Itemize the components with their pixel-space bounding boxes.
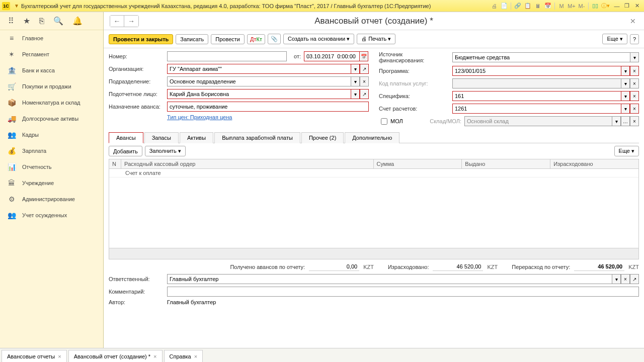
sidebar-item-6[interactable]: 👥Кадры — [0, 127, 103, 143]
content: ← → Авансовый отчет (создание) * ✕ Прове… — [104, 12, 644, 348]
calendar-icon[interactable]: 📅 — [359, 51, 368, 61]
apps-icon[interactable]: ⠿ — [8, 16, 14, 26]
sidebar-item-5[interactable]: 🚚Долгосрочные активы — [0, 111, 103, 127]
program-dropdown[interactable]: ▾ — [621, 66, 630, 76]
close-icon[interactable]: × — [194, 353, 197, 359]
close-button[interactable]: ✕ — [632, 2, 642, 11]
org-input[interactable] — [167, 64, 351, 74]
resp-input[interactable] — [167, 274, 612, 284]
tb-icon-calendar[interactable]: 📅 — [543, 2, 552, 11]
bottom-tab-1[interactable]: Авансовый отчет (создание) *× — [68, 350, 163, 362]
minimize-button[interactable]: — — [612, 2, 622, 11]
print-button[interactable]: 🖨 Печать ▾ — [357, 34, 395, 44]
date-input[interactable] — [304, 51, 359, 61]
person-input[interactable] — [167, 89, 351, 99]
person-dropdown[interactable]: ▾ — [351, 89, 360, 99]
nav-forward[interactable]: → — [124, 16, 138, 27]
app-menu-dropdown[interactable]: ▼ — [14, 3, 19, 9]
tab-more-button[interactable]: Еще ▾ — [614, 146, 639, 156]
tb-mplus[interactable]: M+ — [567, 2, 576, 11]
specifika-clear[interactable]: × — [630, 91, 639, 101]
program-input[interactable] — [452, 66, 621, 76]
specifika-label: Специфика: — [379, 93, 449, 99]
paidserv-input-group: ▾ × — [452, 78, 639, 88]
sidebar-item-8[interactable]: 📊Отчетность — [0, 159, 103, 175]
org-dropdown[interactable]: ▾ — [351, 64, 360, 74]
resp-open[interactable]: ↗ — [630, 274, 639, 284]
specifika-input[interactable] — [452, 91, 621, 101]
person-open[interactable]: ↗ — [360, 89, 369, 99]
tb-panels[interactable]: ▯▯ — [591, 2, 600, 11]
bottom-tab-0[interactable]: Авансовые отчеты× — [2, 350, 67, 362]
tab-0[interactable]: Авансы — [109, 132, 143, 143]
tab-5[interactable]: Дополнительно — [345, 132, 399, 143]
price-type-link[interactable]: Тип цен: Приходная цена — [167, 114, 232, 120]
sidebar-item-7[interactable]: 💰Зарплата — [0, 143, 103, 159]
close-icon[interactable]: × — [153, 353, 156, 359]
org-open[interactable]: ↗ — [360, 64, 369, 74]
tb-icon-3[interactable]: 🔗 — [513, 2, 522, 11]
close-icon[interactable]: × — [58, 353, 61, 359]
sidebar-item-4[interactable]: 📦Номенклатура и склад — [0, 95, 103, 111]
account-input[interactable] — [452, 104, 621, 114]
table-body[interactable] — [109, 177, 638, 248]
nav-label: Отчетность — [22, 164, 52, 170]
purpose-input[interactable] — [167, 102, 369, 112]
tab-3[interactable]: Выплата заработной платы — [214, 132, 300, 143]
app-logo: 1С — [2, 2, 10, 10]
program-clear[interactable]: × — [630, 66, 639, 76]
nav-label: Главное — [22, 35, 43, 41]
comment-input[interactable] — [167, 287, 639, 297]
sidebar-item-0[interactable]: ≡Главное — [0, 30, 103, 46]
bell-icon[interactable]: 🔔 — [72, 16, 83, 26]
close-page-button[interactable]: ✕ — [628, 17, 638, 25]
sidebar-item-9[interactable]: 🏛Учреждение — [0, 175, 103, 191]
clipboard-icon[interactable]: ⎘ — [39, 17, 44, 26]
source-input[interactable] — [452, 52, 630, 62]
dept-dropdown[interactable]: ▾ — [351, 76, 360, 86]
tb-m[interactable]: M — [557, 2, 566, 11]
save-button[interactable]: Записать — [176, 34, 208, 44]
dept-clear[interactable]: × — [360, 76, 369, 86]
search-icon[interactable]: 🔍 — [53, 16, 63, 26]
window-title: Бухгалтерский учет для государственных у… — [21, 3, 490, 9]
tab-1[interactable]: Запасы — [144, 132, 179, 143]
sidebar-item-11[interactable]: 👥Учет осужденных — [0, 207, 103, 223]
favorites-icon[interactable]: ★ — [23, 16, 30, 26]
dept-input[interactable] — [167, 76, 351, 86]
specifika-input-group: ▾ × — [452, 91, 639, 101]
help-button[interactable]: ? — [630, 34, 639, 44]
resp-clear[interactable]: × — [621, 274, 630, 284]
tb-icon-2[interactable]: 📄 — [500, 2, 509, 11]
tb-help[interactable]: ⓘ▾ — [601, 2, 610, 11]
post-and-close-button[interactable]: Провести и закрыть — [109, 34, 173, 44]
number-input[interactable] — [167, 51, 287, 61]
warehouse-input-group: ▾ … × — [464, 116, 639, 126]
create-based-button[interactable]: Создать на основании ▾ — [283, 34, 354, 44]
nav-back[interactable]: ← — [110, 16, 124, 27]
specifika-dropdown[interactable]: ▾ — [621, 91, 630, 101]
sidebar-item-3[interactable]: 🛒Покупки и продажи — [0, 78, 103, 95]
fill-button[interactable]: Заполнить ▾ — [145, 146, 186, 156]
sidebar-item-2[interactable]: 🏦Банк и касса — [0, 62, 103, 78]
add-button[interactable]: Добавить — [109, 146, 142, 156]
maximize-button[interactable]: ❐ — [622, 2, 632, 11]
sidebar-item-10[interactable]: ⚙Администрирование — [0, 191, 103, 207]
sidebar-item-1[interactable]: ✶Регламент — [0, 46, 103, 62]
tab-4[interactable]: Прочее (2) — [301, 132, 344, 143]
tb-icon-calc[interactable]: 🖩 — [533, 2, 542, 11]
bottom-tab-2[interactable]: Справка× — [164, 350, 203, 362]
more-button[interactable]: Еще ▾ — [602, 34, 627, 44]
resp-dropdown[interactable]: ▾ — [612, 274, 621, 284]
attach-button[interactable]: 📎 — [268, 34, 281, 44]
tab-2[interactable]: Активы — [180, 132, 213, 143]
mol-checkbox[interactable] — [381, 118, 387, 125]
dtkt-button[interactable]: ДтКт — [247, 34, 265, 44]
tb-mminus[interactable]: M- — [577, 2, 586, 11]
tb-icon-4[interactable]: 📋 — [523, 2, 532, 11]
source-dropdown[interactable]: ▾ — [630, 52, 639, 62]
post-button[interactable]: Провести — [211, 34, 245, 44]
account-dropdown[interactable]: ▾ — [621, 104, 630, 114]
tb-icon-1[interactable]: 🖨 — [490, 2, 499, 11]
account-clear[interactable]: × — [630, 104, 639, 114]
